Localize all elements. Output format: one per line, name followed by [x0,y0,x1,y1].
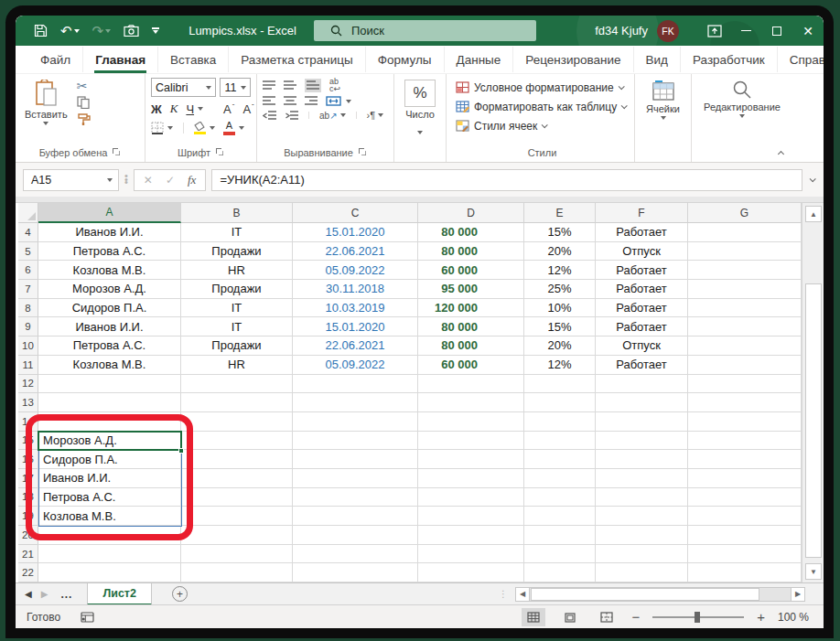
cell-B8[interactable]: IT [181,299,293,318]
ribbon-display-options-icon[interactable] [699,16,730,46]
cell-E14[interactable] [524,412,596,432]
cell-D11[interactable]: 60 000 [418,356,524,375]
cell-F17[interactable] [596,469,688,488]
cell-C8[interactable]: 10.03.2019 [293,299,418,318]
cell-A14[interactable] [38,412,181,432]
tab-Справка[interactable]: Справка [778,47,824,72]
cell-C14[interactable] [293,412,418,432]
wrap-text-icon[interactable]: abc↩ [329,78,340,92]
font-dialog-launcher[interactable] [216,148,224,156]
horizontal-scroll-thumb[interactable] [531,588,759,601]
cell-styles-button[interactable]: Стили ячеек [456,116,629,135]
cell-G10[interactable] [688,337,802,356]
tab-Разработчик[interactable]: Разработчик [681,47,778,72]
cell-F19[interactable] [596,507,688,526]
cell-B18[interactable] [181,488,293,507]
cell-E18[interactable] [524,488,596,507]
cell-C16[interactable] [293,450,418,469]
cell-A18[interactable]: Петрова А.С. [38,488,181,507]
cell-A7[interactable]: Морозов А.Д. [38,280,181,299]
cell-D12[interactable] [418,375,524,394]
search-box[interactable]: Поиск [314,20,536,41]
cell-D13[interactable] [418,393,524,412]
scroll-up-icon[interactable]: ▲ [805,206,822,222]
cell-F4[interactable]: Работает [596,223,688,242]
cell-E9[interactable]: 15% [524,317,596,337]
cell-G6[interactable] [688,261,802,280]
cell-B12[interactable] [181,375,293,394]
cell-G8[interactable] [688,299,802,318]
cell-C6[interactable]: 05.09.2022 [293,261,418,280]
align-left-icon[interactable] [263,96,275,106]
cell-B19[interactable] [181,507,293,526]
zoom-out-icon[interactable]: − [631,609,640,625]
cell-C5[interactable]: 22.06.2021 [293,242,418,262]
cell-E7[interactable]: 25% [524,280,596,299]
row-header-20[interactable]: 20 [18,526,38,545]
cell-C7[interactable]: 30.11.2018 [293,280,418,299]
cell-E10[interactable]: 20% [524,337,596,356]
cell-C11[interactable]: 05.09.2022 [293,356,418,375]
cell-D10[interactable]: 80 000 [418,337,524,356]
cell-G4[interactable] [688,223,802,242]
tab-Вид[interactable]: Вид [634,47,681,72]
cell-F7[interactable]: Работает [596,280,688,299]
cell-D21[interactable] [418,545,524,564]
row-header-5[interactable]: 5 [18,242,38,262]
maximize-button[interactable] [761,16,792,46]
font-size-select[interactable]: 11 [220,78,251,97]
row-header-18[interactable]: 18 [18,488,38,507]
align-center-icon[interactable] [284,96,296,106]
formula-input[interactable]: =УНИК(A2:A11) [211,169,802,191]
cell-D16[interactable] [418,450,524,469]
cell-B11[interactable]: HR [181,356,293,375]
cell-C17[interactable] [293,469,418,488]
new-sheet-icon[interactable]: + [172,586,188,602]
zoom-level[interactable]: 100 % [778,611,809,624]
cell-G16[interactable] [688,450,802,469]
cell-C13[interactable] [293,393,418,412]
scroll-left-icon[interactable]: ◀ [515,587,530,602]
bold-button[interactable]: Ж [151,102,162,116]
column-header-C[interactable]: C [293,203,418,223]
cell-A11[interactable]: Козлова М.В. [38,356,181,375]
cell-E15[interactable] [524,432,596,451]
row-header-10[interactable]: 10 [18,337,38,356]
cell-A6[interactable]: Козлова М.В. [38,261,181,280]
align-right-icon[interactable] [305,96,318,106]
cell-E16[interactable] [524,450,596,469]
cell-G13[interactable] [688,393,802,412]
page-break-view-icon[interactable] [595,608,619,626]
cell-C22[interactable] [293,563,418,582]
cell-F22[interactable] [596,563,688,582]
cell-C20[interactable] [293,526,418,545]
cell-B17[interactable] [181,469,293,488]
cell-E12[interactable] [524,375,596,394]
align-bottom-icon[interactable] [305,79,321,92]
column-header-B[interactable]: B [181,203,293,223]
cell-B9[interactable]: IT [181,317,293,337]
column-header-F[interactable]: F [596,203,688,223]
cell-F5[interactable]: Отпуск [596,242,688,262]
cell-A20[interactable] [38,526,181,545]
cell-F8[interactable]: Работает [596,299,688,318]
merge-center-icon[interactable] [326,96,341,106]
cell-A19[interactable]: Козлова М.В. [38,507,181,526]
borders-icon[interactable] [151,122,164,134]
expand-formula-bar-icon[interactable] [810,176,816,182]
align-middle-icon[interactable] [284,80,296,91]
cell-G11[interactable] [688,356,802,375]
cell-E4[interactable]: 15% [524,223,596,242]
conditional-formatting-button[interactable]: Условное форматирование [456,78,629,97]
cell-A16[interactable]: Сидоров П.А. [38,450,181,469]
decrease-font-icon[interactable]: Aˇ [242,102,253,116]
cell-B7[interactable]: Продажи [181,280,293,299]
tab-Формулы[interactable]: Формулы [366,47,445,72]
cell-A9[interactable]: Иванов И.И. [38,317,181,337]
cell-F13[interactable] [596,393,688,412]
cell-G22[interactable] [688,563,802,582]
font-color-icon[interactable]: А [223,121,235,135]
text-direction-icon[interactable]: ›¶ [367,110,376,121]
cell-C19[interactable] [293,507,418,526]
format-painter-icon[interactable] [77,112,91,125]
